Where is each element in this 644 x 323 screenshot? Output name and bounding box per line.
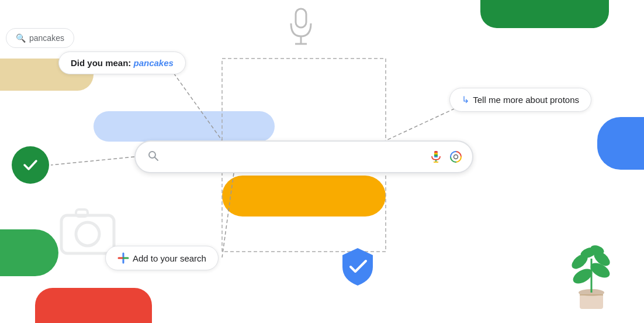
did-you-mean-text: Did you mean: pancakes (71, 58, 174, 68)
search-icon-small: 🔍 (16, 33, 26, 43)
voice-search-icon[interactable] (429, 150, 443, 164)
svg-rect-19 (434, 156, 438, 157)
plant-illustration (556, 224, 626, 311)
google-plus-icon (117, 252, 129, 264)
green-blob-shape (0, 229, 58, 276)
query-text: pancakes (29, 33, 64, 43)
search-bar[interactable] (134, 140, 473, 173)
did-you-mean-chip[interactable]: Did you mean: pancakes (58, 51, 186, 74)
search-input[interactable] (166, 152, 429, 162)
yellow-pill-shape (222, 176, 386, 217)
svg-rect-16 (434, 151, 438, 153)
lightblue-pill-shape (94, 111, 275, 142)
search-icon (147, 150, 159, 164)
svg-rect-17 (434, 153, 438, 154)
shield-badge (339, 246, 376, 288)
svg-line-7 (51, 157, 134, 165)
red-rect-shape (35, 288, 152, 323)
lens-search-icon[interactable] (449, 150, 463, 164)
search-query-chip: 🔍 pancakes (6, 28, 74, 48)
svg-rect-0 (296, 9, 306, 28)
check-circle (12, 146, 49, 184)
svg-rect-18 (434, 154, 438, 156)
add-to-search-chip[interactable]: Add to your search (105, 246, 219, 270)
mic-decoration (286, 6, 316, 47)
svg-point-21 (454, 155, 458, 159)
tell-more-chip[interactable]: ↳ Tell me more about protons (449, 88, 591, 112)
blue-right-shape (597, 117, 644, 170)
svg-line-12 (155, 157, 158, 160)
add-search-text: Add to your search (133, 253, 206, 263)
svg-rect-5 (76, 209, 88, 217)
green-bar-shape (480, 0, 609, 28)
arrow-icon: ↳ (462, 94, 469, 105)
svg-point-4 (76, 222, 99, 246)
tell-more-text: Tell me more about protons (473, 95, 579, 105)
checkmark-icon (21, 156, 40, 174)
